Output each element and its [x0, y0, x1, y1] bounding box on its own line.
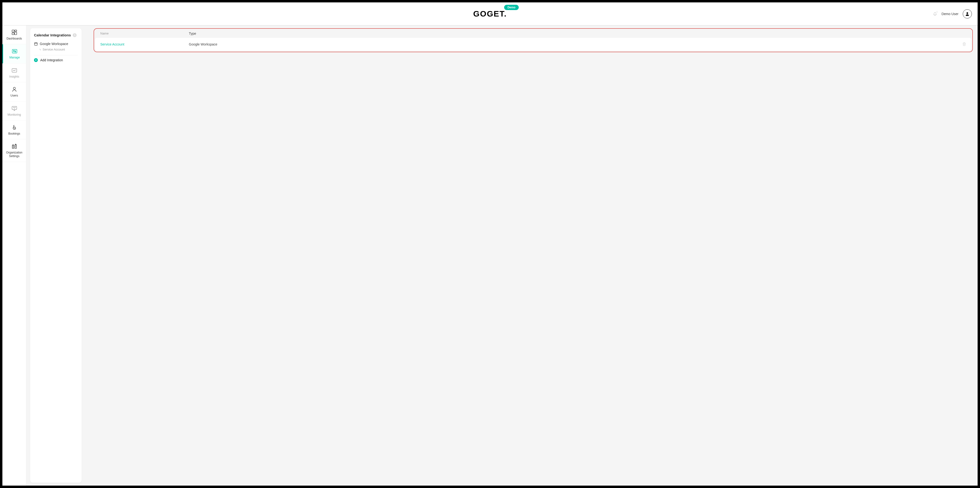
notification-bell-icon[interactable]: 3 [933, 12, 937, 16]
sidebar-item-users[interactable]: Users [2, 82, 26, 101]
logo: GOGET. [473, 9, 507, 18]
nav-label: Organization Settings [3, 151, 25, 158]
svg-rect-1 [12, 30, 14, 32]
layout: Dashboards Manage Insights Users Monitor… [2, 26, 978, 486]
nav-label: Manage [10, 56, 20, 59]
sub-arrow-icon: ↳ [39, 48, 41, 51]
svg-point-11 [13, 88, 15, 89]
table-header: Name Type [95, 30, 971, 38]
integration-count-badge: 1 [73, 33, 76, 37]
trash-icon[interactable] [962, 42, 966, 46]
notification-count-badge: 3 [936, 11, 938, 13]
user-name[interactable]: Demo User [942, 12, 958, 16]
user-icon [11, 86, 18, 92]
buildings-icon [11, 143, 18, 150]
nav-label: Dashboards [6, 37, 22, 40]
column-header-type: Type [189, 32, 956, 35]
integrations-table: Name Type Service Account Google Workspa… [95, 30, 971, 51]
sidebar-item-monitoring[interactable]: Monitoring [2, 102, 26, 120]
integration-name-link[interactable]: Service Account [100, 42, 124, 46]
nav-label: Insights [10, 75, 19, 78]
sidebar-nav: Dashboards Manage Insights Users Monitor… [2, 26, 26, 486]
add-integration-button[interactable]: + Add Integration [34, 58, 78, 62]
avatar[interactable] [963, 10, 972, 18]
header-right: 3 Demo User [933, 10, 972, 18]
main-content: Name Type Service Account Google Workspa… [82, 26, 978, 486]
table-row: Service Account Google Workspace [95, 38, 971, 51]
integration-account-item[interactable]: ↳ Service Account [34, 47, 78, 52]
nav-label: Users [11, 94, 18, 97]
integrations-panel: Calendar Integrations 1 Google Workspace… [30, 28, 82, 483]
add-label: Add Integration [40, 58, 63, 62]
svg-rect-4 [12, 33, 14, 35]
column-header-name: Name [100, 32, 189, 35]
plus-icon: + [34, 58, 38, 62]
chart-icon [11, 67, 18, 73]
svg-point-0 [967, 12, 968, 14]
svg-line-16 [14, 128, 15, 129]
calendar-icon [34, 42, 38, 46]
panel-title: Calendar Integrations 1 [34, 33, 78, 37]
dashboard-icon [11, 29, 18, 35]
sidebar-item-manage[interactable]: Manage [2, 44, 26, 63]
svg-rect-5 [12, 49, 17, 53]
nav-label: Bookings [8, 132, 20, 135]
demo-badge: Demo [504, 5, 519, 10]
monitor-icon [11, 105, 18, 112]
svg-rect-18 [15, 145, 16, 148]
sidebar-item-org-settings[interactable]: Organization Settings [2, 139, 26, 162]
highlighted-card: Name Type Service Account Google Workspa… [94, 28, 973, 52]
integration-provider-item[interactable]: Google Workspace [34, 41, 78, 47]
logo-wrap: GOGET. Demo [473, 9, 507, 18]
svg-rect-2 [14, 30, 17, 31]
sidebar-item-dashboards[interactable]: Dashboards [2, 26, 26, 44]
svg-rect-3 [14, 32, 17, 35]
integration-type-cell: Google Workspace [189, 42, 956, 46]
provider-label: Google Workspace [40, 42, 68, 46]
panel-title-text: Calendar Integrations [34, 33, 71, 37]
svg-rect-25 [35, 43, 37, 45]
sidebar-item-bookings[interactable]: Bookings [2, 120, 26, 139]
app-header: GOGET. Demo 3 Demo User [2, 2, 978, 26]
sidebar-item-insights[interactable]: Insights [2, 64, 26, 82]
nav-label: Monitoring [8, 113, 21, 116]
bookings-icon [11, 124, 18, 131]
account-label: Service Account [43, 48, 65, 51]
sliders-icon [11, 48, 18, 54]
